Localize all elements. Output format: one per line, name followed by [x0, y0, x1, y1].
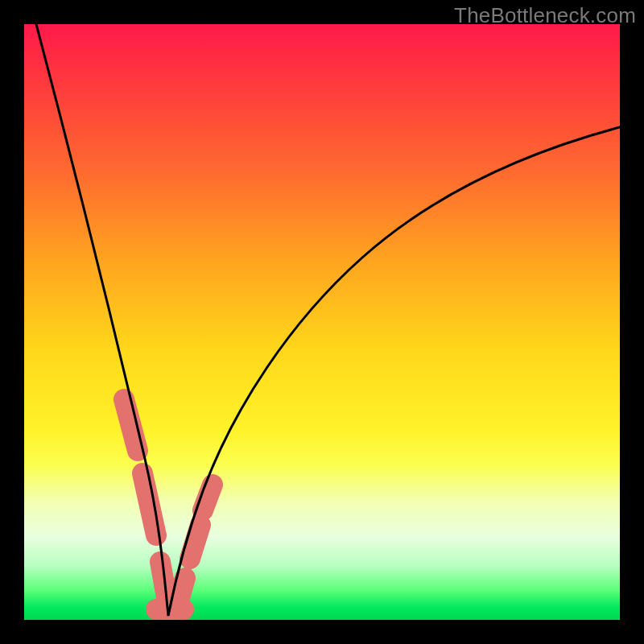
plot-area	[24, 24, 620, 620]
highlight-segments	[124, 399, 213, 617]
bottleneck-curve	[24, 24, 620, 620]
highlight-seg	[190, 525, 200, 559]
highlight-seg	[178, 578, 185, 604]
highlight-seg	[124, 399, 138, 451]
curve-path	[36, 24, 620, 616]
chart-frame: TheBottleneck.com	[0, 0, 644, 644]
